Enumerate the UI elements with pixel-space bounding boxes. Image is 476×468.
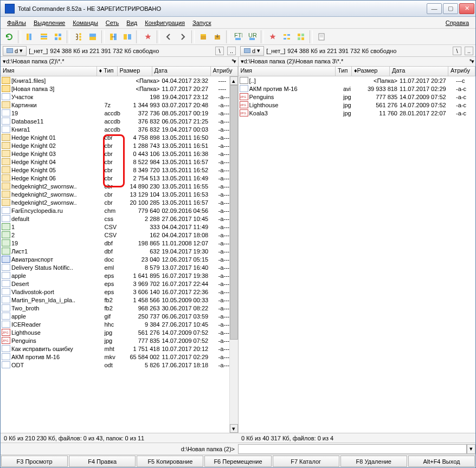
file-row[interactable]: [Новая папка 3]<Папка>11.07.2017 20:27--… <box>1 84 238 93</box>
right-filelist[interactable]: [..]<Папка>11.07.2017 20:27---cАКМ проти… <box>239 76 476 433</box>
file-row[interactable]: Lighthousejpg561 27614.07.2009 07:52-a-c <box>239 101 476 109</box>
sync-icon[interactable] <box>107 30 120 43</box>
file-row[interactable]: 19accdb372 73608.05.2017 00:19-a--- <box>1 109 238 117</box>
url-icon[interactable]: URL <box>246 30 259 43</box>
left-drive-button[interactable]: d▾ <box>3 46 27 56</box>
file-row[interactable]: Database11accdb376 83206.05.2017 21:25-a… <box>1 117 238 125</box>
file-row[interactable]: Авиатранспортdoc23 04012.06.2017 05:15-a… <box>1 255 238 263</box>
titlebar[interactable]: Total Commander 8.52a - НЕ ЗАРЕГИСТРИРОВ… <box>1 1 475 17</box>
right-path[interactable]: ▾d:\Новая папка (2)\Новая папка 3\*.** ▾ <box>239 57 476 67</box>
hdr-attr[interactable]: Атрибу <box>448 67 475 76</box>
minimize-button[interactable]: — <box>427 3 442 14</box>
menu-config[interactable]: Конфигурация <box>141 18 188 27</box>
view-thumbs-icon[interactable] <box>52 30 65 43</box>
left-filelist[interactable]: [Книга1.files]<Папка>04.04.2017 23:32---… <box>1 76 238 433</box>
file-row[interactable]: hedgeknight2_swornsw..cbr13 129 10413.05… <box>1 190 238 198</box>
hdr-date[interactable]: Дата <box>390 67 448 76</box>
close-button[interactable]: ✕ <box>459 3 474 14</box>
file-row[interactable]: [Книга1.files]<Папка>04.04.2017 23:32---… <box>1 76 238 84</box>
f7-mkdir-button[interactable]: F7 Каталог <box>273 456 339 467</box>
file-row[interactable]: ODTodt5 82617.06.2017 18:18-a--- <box>1 361 238 369</box>
file-row[interactable]: Hedge Knight 06cbr2 754 51313.05.2011 16… <box>1 174 238 182</box>
invert-icon[interactable] <box>86 30 99 43</box>
file-row[interactable]: АКМ против М-16mkv65 584 00211.07.2017 0… <box>1 353 238 361</box>
left-root-button[interactable]: \ <box>215 47 224 55</box>
file-row[interactable]: Hedge Knight 05cbr8 349 72013.05.2011 16… <box>1 166 238 174</box>
menu-net[interactable]: Сеть <box>102 18 122 27</box>
maximize-button[interactable]: ▢ <box>443 3 458 14</box>
f4-edit-button[interactable]: F4 Правка <box>69 456 136 467</box>
right-up-button[interactable]: .. <box>465 47 473 55</box>
file-row[interactable]: Hedge Knight 02cbr1 288 74313.05.2011 16… <box>1 141 238 150</box>
star-icon[interactable] <box>141 30 155 43</box>
left-scrollbar[interactable]: ▴ ▾ <box>229 76 238 433</box>
menu-files[interactable]: Файлы <box>4 18 29 27</box>
file-row[interactable]: 19dbf198 86511.01.2008 12:07-a--- <box>1 239 238 247</box>
right-drive-button[interactable]: d▾ <box>240 46 264 56</box>
file-row[interactable]: Hedge Knight 04cbr8 522 98413.05.2011 16… <box>1 158 238 166</box>
file-row[interactable]: FarEncyclopedia.ruchm779 64002.09.2016 0… <box>1 206 238 214</box>
file-row[interactable]: Lighthousejpg561 27614.07.2009 07:52-a--… <box>1 328 238 336</box>
menu-run[interactable]: Запуск <box>189 18 214 27</box>
back-icon[interactable] <box>162 30 175 43</box>
f8-delete-button[interactable]: F8 Удаление <box>340 456 407 467</box>
altf4-exit-button[interactable]: Alt+F4 Выход <box>408 456 475 467</box>
file-row[interactable]: hedgeknight2_swornsw..cbr14 890 23013.05… <box>1 182 238 190</box>
file-row[interactable]: Deserteps3 969 70216.07.2017 22:44-a--- <box>1 280 238 288</box>
scroll-up-icon[interactable]: ▴ <box>230 76 238 85</box>
cmd-history-dropdown[interactable]: ▾ <box>467 444 475 454</box>
right-root-button[interactable]: \ <box>453 47 461 55</box>
file-row[interactable]: Delivery Status Notific..eml8 57913.07.2… <box>1 263 238 271</box>
tree-icon[interactable] <box>72 30 85 43</box>
refresh-icon[interactable] <box>3 30 16 43</box>
compare-icon[interactable] <box>121 30 134 43</box>
file-row[interactable]: Картинки7z1 344 99303.07.2017 20:48-a--- <box>1 101 238 109</box>
cmd-input[interactable] <box>238 444 467 454</box>
pack-icon[interactable] <box>197 30 210 43</box>
file-row[interactable]: Как исправить ошибкуmht1 751 41810.07.20… <box>1 344 238 353</box>
file-row[interactable]: Лист1dbf63219.04.2017 19:30-a--- <box>1 247 238 255</box>
menu-view[interactable]: Вид <box>123 18 140 27</box>
hdr-size[interactable]: ♦Размер <box>352 67 390 76</box>
file-row[interactable]: 2CSV16204.04.2017 18:08-a--- <box>1 231 238 239</box>
file-row[interactable]: Книга1accdb376 83219.04.2017 00:03-a--- <box>1 125 238 133</box>
file-row[interactable]: applegif250 73706.06.2017 03:59-a--- <box>1 312 238 320</box>
search-icon[interactable] <box>294 30 307 43</box>
file-row[interactable]: Hedge Knight 03cbr0 443 10613.05.2011 16… <box>1 150 238 158</box>
file-row[interactable]: Vladivostok-porteps3 606 14016.07.2017 2… <box>1 288 238 296</box>
menu-help[interactable]: Справка <box>442 18 472 27</box>
file-row[interactable]: АКМ против М-16avi39 933 81811.07.2017 0… <box>239 84 476 93</box>
view-full-icon[interactable] <box>37 30 50 43</box>
star2-icon[interactable] <box>266 30 279 43</box>
left-up-button[interactable]: .. <box>227 47 236 55</box>
f5-copy-button[interactable]: F5 Копирование <box>137 456 203 467</box>
forward-icon[interactable] <box>176 30 189 43</box>
file-row[interactable]: ICEReaderhhc9 38427.06.2017 10:45-a--- <box>1 320 238 328</box>
file-row[interactable]: 1CSV33304.04.2017 11:49-a--- <box>1 223 238 231</box>
f6-move-button[interactable]: F6 Перемещение <box>204 456 271 467</box>
file-row[interactable]: Penguinsjpg777 83514.07.2009 07:52-a--- <box>1 336 238 344</box>
menu-commands[interactable]: Команды <box>69 18 101 27</box>
file-row[interactable]: defaultcss2 28827.06.2017 10:45-a--- <box>1 214 238 223</box>
file-row[interactable]: hedgeknight2_swornsw..cbr20 100 28513.05… <box>1 198 238 206</box>
file-row[interactable]: Hedge Knight 01cbr4 758 89813.05.2011 16… <box>1 133 238 141</box>
file-row[interactable]: Martin_Pesn_lda_i_pla..fb21 458 56610.05… <box>1 296 238 304</box>
file-row[interactable]: [..]<Папка>11.07.2017 20:27---c <box>239 76 476 84</box>
hdr-size[interactable]: Размер <box>118 67 152 76</box>
unpack-icon[interactable] <box>211 30 224 43</box>
menu-selection[interactable]: Выделение <box>30 18 68 27</box>
hdr-attr[interactable]: Атрибу <box>211 67 238 76</box>
multi-rename-icon[interactable] <box>280 30 293 43</box>
file-row[interactable]: Участок19819.04.2017 23:12-a--- <box>1 93 238 101</box>
file-row[interactable]: Penguinsjpg777 83514.07.2009 07:52-a-c <box>239 93 476 101</box>
scroll-down-icon[interactable]: ▾ <box>230 424 238 433</box>
notepad-icon[interactable] <box>315 30 328 43</box>
hdr-name[interactable]: Имя <box>239 67 336 76</box>
f3-view-button[interactable]: F3 Просмотр <box>1 456 68 467</box>
hdr-name[interactable]: Имя <box>1 67 97 76</box>
file-row[interactable]: appleeps1 641 89516.07.2017 19:38-a--- <box>1 271 238 280</box>
left-path[interactable]: ▾d:\Новая папка (2)\*.** ▾ <box>1 57 238 67</box>
file-row[interactable]: Two_brothfb2968 26330.06.2017 08:22-a--- <box>1 304 238 312</box>
file-row[interactable]: Koala3jpg11 76028.01.2017 22:07-a-c <box>239 109 476 117</box>
hdr-type[interactable]: Тип <box>336 67 352 76</box>
